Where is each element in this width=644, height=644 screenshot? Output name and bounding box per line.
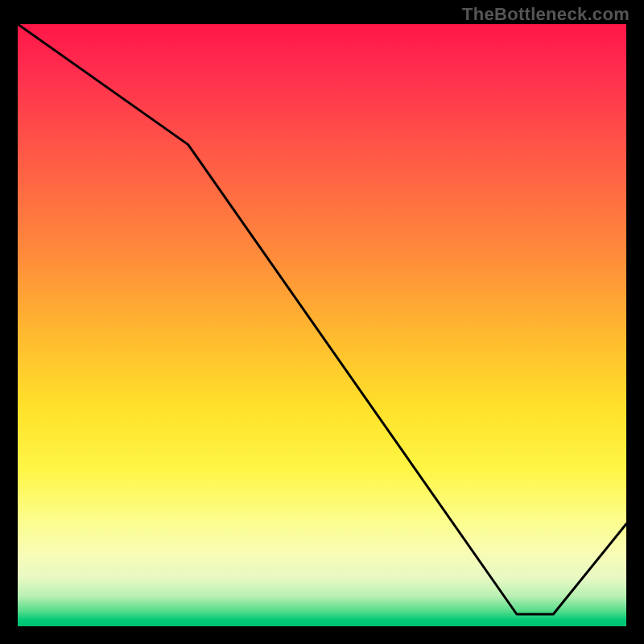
plot-area xyxy=(18,24,626,626)
chart-frame: TheBottleneck.com xyxy=(0,0,644,644)
data-line xyxy=(18,24,626,626)
watermark-text: TheBottleneck.com xyxy=(462,4,630,25)
